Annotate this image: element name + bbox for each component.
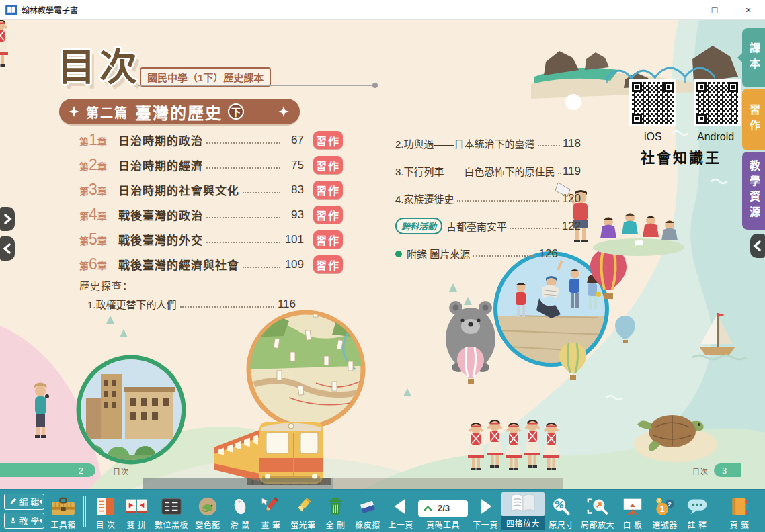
dotted-leader	[206, 167, 280, 169]
window-titlebar: 翰林教學電子書 — □ ×	[0, 0, 765, 20]
whiteboard-icon	[621, 494, 644, 517]
collapse-arrow-icon	[39, 499, 42, 504]
svg-text:2: 2	[668, 500, 671, 507]
chapter-row[interactable]: 第6章 戰後臺灣的經濟與社會 109 習作	[79, 252, 343, 277]
chapter-row[interactable]: 第3章 日治時期的社會與文化 83 習作	[79, 177, 343, 202]
page-scrubber[interactable]	[143, 478, 563, 489]
number-picker-icon: 321	[653, 494, 676, 517]
teach-mode-button[interactable]: 教 學	[4, 513, 44, 529]
chapter-list: 第1章 日治時期的政治 67 習作 第2章 日治時期的經濟 75 習作 第3章 …	[79, 128, 343, 277]
workbook-badge[interactable]: 習作	[313, 255, 343, 273]
whiteboard-button[interactable]: 白 板	[617, 492, 648, 530]
section-title: 臺灣的歷史	[135, 100, 223, 124]
number-picker-button[interactable]: 321 選號器	[648, 492, 682, 530]
list-item[interactable]: 4.家族遷徙史 120	[395, 185, 581, 212]
scrubber-filled[interactable]	[143, 478, 333, 489]
workbook-badge[interactable]: 習作	[313, 206, 343, 224]
annotation-button[interactable]: 註 釋	[682, 492, 713, 530]
qr-caption: 社會知識王	[641, 146, 721, 167]
microphone-icon	[9, 517, 17, 525]
digital-blackboard-icon	[160, 494, 183, 517]
collapse-arrow-icon	[39, 518, 42, 523]
pen-button[interactable]: 畫 筆	[255, 492, 286, 530]
pencil-icon	[9, 498, 17, 505]
next-page-icon	[474, 494, 497, 517]
active-tab-notch	[737, 53, 742, 62]
chameleon-button[interactable]: 變色龍	[191, 492, 225, 530]
chapter-row[interactable]: 第5章 戰後臺灣的外交 101 習作	[79, 227, 343, 252]
expand-left-panel-button[interactable]	[0, 207, 15, 231]
right-column-list: 2.功與過——日本統治下的臺灣 118 3.下行列車——白色恐怖下的原住民 11…	[395, 130, 581, 267]
tab-workbook[interactable]: 習作	[742, 89, 765, 150]
bullet-dot-icon	[395, 251, 402, 257]
dotted-leader	[206, 217, 280, 218]
pen-icon	[259, 494, 282, 517]
four-grid-zoom-button[interactable]: 四格放大	[501, 492, 545, 530]
app-logo-icon	[5, 5, 17, 15]
toc-icon	[94, 494, 117, 517]
original-size-button[interactable]: 原尺寸	[545, 492, 578, 530]
svg-text:1: 1	[660, 504, 665, 514]
next-page-button[interactable]: 下一頁	[469, 492, 501, 530]
chapter-row[interactable]: 第1章 日治時期的政治 67 習作	[79, 128, 343, 152]
tab-textbook[interactable]: 課本	[742, 28, 765, 87]
dotted-leader	[538, 145, 560, 146]
page-number-input[interactable]: 2/3	[418, 500, 468, 517]
workbook-badge[interactable]: 習作	[313, 230, 343, 249]
toolbar-separator	[83, 496, 86, 527]
edit-mode-button[interactable]: 編 輯	[4, 494, 44, 510]
toc-button[interactable]: 目 次	[90, 492, 121, 530]
dotted-leader	[510, 228, 559, 229]
chapter-row[interactable]: 第2章 日治時期的經濟 75 習作	[79, 152, 343, 177]
dual-page-button[interactable]: 雙 拼	[121, 492, 152, 530]
page-tab-button[interactable]: 頁 籤	[723, 492, 756, 530]
delete-all-trash-icon	[324, 494, 347, 517]
bottom-toolbar: 編 輯 教 學 工具箱 目 次 雙 拼	[0, 489, 765, 532]
maximize-button[interactable]: □	[698, 0, 731, 20]
tab-teaching-resources[interactable]: 教學資源	[742, 152, 765, 230]
original-size-icon	[550, 494, 573, 517]
mouse-button[interactable]: 滑 鼠	[225, 492, 255, 530]
ebook-app: 翰林教學電子書 — □ ×	[0, 0, 765, 532]
cross-discipline-item[interactable]: 跨科活動 古都臺南安平 122	[395, 212, 581, 240]
explore-heading: 歷史探查：	[79, 278, 296, 292]
annotation-bubble-icon	[686, 494, 709, 517]
list-item[interactable]: 3.下行列車——白色恐怖下的原住民 119	[395, 157, 581, 185]
left-page-number-pill: 2	[0, 463, 95, 477]
dual-page-icon	[125, 494, 148, 517]
collapse-left-panel-button[interactable]	[0, 236, 15, 261]
history-explore-block: 歷史探查： 1.政權更替下的人們 116	[79, 278, 296, 311]
minimize-button[interactable]: —	[664, 0, 698, 20]
appendix-item[interactable]: 附錄 圖片來源 126	[395, 240, 558, 267]
workbook-badge[interactable]: 習作	[313, 156, 343, 174]
qr-android-label: Android	[697, 131, 734, 143]
dotted-leader	[206, 242, 280, 243]
title-underline	[138, 85, 375, 86]
explore-item[interactable]: 1.政權更替下的人們 116	[87, 297, 296, 311]
eraser-button[interactable]: 橡皮擦	[351, 492, 385, 530]
window-title: 翰林教學電子書	[22, 4, 78, 15]
page-number-tool[interactable]: 2/3 頁碼工具	[417, 492, 469, 530]
svg-text:3: 3	[658, 498, 661, 503]
activity-badge: 跨科活動	[395, 218, 442, 234]
prev-page-icon	[389, 494, 412, 517]
chapter-row[interactable]: 第4章 戰後臺灣的政治 93 習作	[79, 202, 343, 227]
page-subtitle: 國民中學（1下）歷史課本	[140, 67, 271, 87]
collapse-right-panel-button[interactable]	[750, 234, 765, 258]
scrubber-track[interactable]	[333, 478, 563, 489]
digital-blackboard-button[interactable]: 數位黑板	[152, 492, 191, 530]
page-title: 目次	[58, 36, 141, 91]
dotted-leader	[457, 200, 559, 202]
close-button[interactable]: ×	[731, 0, 765, 20]
page-indicator-value: 2/3	[438, 503, 450, 513]
dotted-leader	[243, 192, 280, 193]
highlighter-icon	[292, 494, 315, 517]
delete-all-button[interactable]: 全 刪	[320, 492, 351, 530]
toolbox-button[interactable]: 工具箱	[47, 492, 79, 530]
prev-page-button[interactable]: 上一頁	[385, 492, 417, 530]
list-item[interactable]: 2.功與過——日本統治下的臺灣 118	[395, 130, 581, 157]
workbook-badge[interactable]: 習作	[313, 131, 343, 149]
partial-zoom-button[interactable]: 局部放大	[578, 492, 617, 530]
highlighter-button[interactable]: 螢光筆	[286, 492, 320, 530]
workbook-badge[interactable]: 習作	[313, 181, 343, 199]
